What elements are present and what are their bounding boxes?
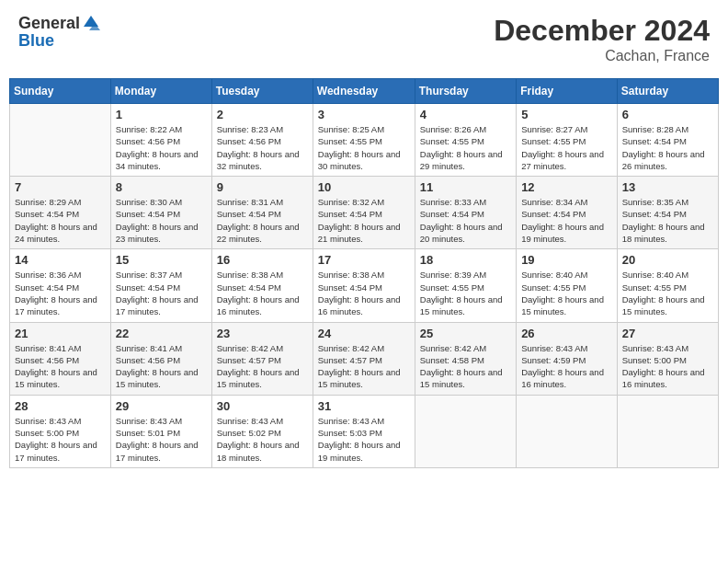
day-info: Sunrise: 8:31 AMSunset: 4:54 PMDaylight:…: [217, 196, 308, 245]
day-info: Sunrise: 8:43 AMSunset: 5:00 PMDaylight:…: [15, 415, 106, 464]
table-row: 8Sunrise: 8:30 AMSunset: 4:54 PMDaylight…: [110, 177, 211, 249]
table-row: 19Sunrise: 8:40 AMSunset: 4:55 PMDayligh…: [517, 249, 618, 322]
day-number: 13: [622, 180, 713, 194]
day-number: 28: [15, 399, 106, 413]
table-row: 17Sunrise: 8:38 AMSunset: 4:54 PMDayligh…: [313, 249, 415, 322]
table-row: 11Sunrise: 8:33 AMSunset: 4:54 PMDayligh…: [415, 177, 516, 249]
table-row: 30Sunrise: 8:43 AMSunset: 5:02 PMDayligh…: [211, 395, 313, 467]
table-row: 4Sunrise: 8:26 AMSunset: 4:55 PMDaylight…: [415, 104, 516, 177]
day-info: Sunrise: 8:40 AMSunset: 4:55 PMDaylight:…: [622, 269, 713, 317]
calendar-week-row: 28Sunrise: 8:43 AMSunset: 5:00 PMDayligh…: [10, 395, 719, 467]
day-number: 29: [116, 399, 207, 413]
day-info: Sunrise: 8:41 AMSunset: 4:56 PMDaylight:…: [116, 342, 207, 391]
day-info: Sunrise: 8:43 AMSunset: 4:59 PMDaylight:…: [521, 342, 612, 391]
day-number: 11: [420, 180, 511, 194]
day-number: 12: [521, 180, 612, 194]
table-row: 25Sunrise: 8:42 AMSunset: 4:58 PMDayligh…: [415, 322, 516, 395]
table-row: 27Sunrise: 8:43 AMSunset: 5:00 PMDayligh…: [617, 322, 718, 395]
day-number: 6: [622, 108, 713, 121]
col-sunday: Sunday: [10, 79, 111, 104]
day-info: Sunrise: 8:42 AMSunset: 4:58 PMDaylight:…: [420, 342, 511, 391]
table-row: 29Sunrise: 8:43 AMSunset: 5:01 PMDayligh…: [110, 395, 211, 467]
day-info: Sunrise: 8:42 AMSunset: 4:57 PMDaylight:…: [318, 342, 410, 391]
logo: General Blue: [18, 14, 100, 50]
day-info: Sunrise: 8:38 AMSunset: 4:54 PMDaylight:…: [217, 269, 308, 317]
day-info: Sunrise: 8:27 AMSunset: 4:55 PMDaylight:…: [521, 123, 612, 172]
table-row: 3Sunrise: 8:25 AMSunset: 4:55 PMDaylight…: [313, 104, 415, 177]
table-row: [617, 395, 718, 467]
day-number: 15: [116, 253, 207, 267]
table-row: 24Sunrise: 8:42 AMSunset: 4:57 PMDayligh…: [313, 322, 415, 395]
table-row: 12Sunrise: 8:34 AMSunset: 4:54 PMDayligh…: [517, 177, 618, 249]
day-number: 2: [217, 108, 308, 121]
day-number: 20: [622, 253, 713, 267]
day-info: Sunrise: 8:29 AMSunset: 4:54 PMDaylight:…: [15, 196, 106, 245]
day-number: 3: [318, 108, 410, 121]
logo-general: General: [18, 15, 80, 31]
table-row: 1Sunrise: 8:22 AMSunset: 4:56 PMDaylight…: [110, 104, 211, 177]
day-number: 8: [116, 180, 207, 194]
table-row: 6Sunrise: 8:28 AMSunset: 4:54 PMDaylight…: [617, 104, 718, 177]
day-info: Sunrise: 8:35 AMSunset: 4:54 PMDaylight:…: [622, 196, 713, 245]
calendar-week-row: 21Sunrise: 8:41 AMSunset: 4:56 PMDayligh…: [10, 322, 719, 395]
table-row: 20Sunrise: 8:40 AMSunset: 4:55 PMDayligh…: [617, 249, 718, 322]
day-number: 25: [420, 327, 511, 340]
day-info: Sunrise: 8:42 AMSunset: 4:57 PMDaylight:…: [217, 342, 308, 391]
day-number: 4: [420, 108, 511, 121]
table-row: 22Sunrise: 8:41 AMSunset: 4:56 PMDayligh…: [110, 322, 211, 395]
day-number: 1: [116, 108, 207, 121]
day-info: Sunrise: 8:26 AMSunset: 4:55 PMDaylight:…: [420, 123, 511, 172]
day-info: Sunrise: 8:37 AMSunset: 4:54 PMDaylight:…: [116, 269, 207, 317]
day-number: 23: [217, 327, 308, 340]
col-monday: Monday: [110, 79, 211, 104]
day-number: 16: [217, 253, 308, 267]
table-row: [415, 395, 516, 467]
day-info: Sunrise: 8:34 AMSunset: 4:54 PMDaylight:…: [521, 196, 612, 245]
table-row: 5Sunrise: 8:27 AMSunset: 4:55 PMDaylight…: [517, 104, 618, 177]
day-info: Sunrise: 8:36 AMSunset: 4:54 PMDaylight:…: [15, 269, 106, 317]
day-number: 27: [622, 327, 713, 340]
table-row: 7Sunrise: 8:29 AMSunset: 4:54 PMDaylight…: [10, 177, 111, 249]
col-wednesday: Wednesday: [313, 79, 415, 104]
day-info: Sunrise: 8:43 AMSunset: 5:01 PMDaylight:…: [116, 415, 207, 464]
col-friday: Friday: [517, 79, 618, 104]
logo-icon: [82, 14, 100, 32]
table-row: 16Sunrise: 8:38 AMSunset: 4:54 PMDayligh…: [211, 249, 313, 322]
day-info: Sunrise: 8:23 AMSunset: 4:56 PMDaylight:…: [217, 123, 308, 172]
col-tuesday: Tuesday: [211, 79, 313, 104]
month-title: December 2024: [494, 14, 710, 48]
table-row: 15Sunrise: 8:37 AMSunset: 4:54 PMDayligh…: [110, 249, 211, 322]
day-info: Sunrise: 8:32 AMSunset: 4:54 PMDaylight:…: [318, 196, 410, 245]
table-row: 28Sunrise: 8:43 AMSunset: 5:00 PMDayligh…: [10, 395, 111, 467]
day-number: 17: [318, 253, 410, 267]
day-number: 22: [116, 327, 207, 340]
table-row: 2Sunrise: 8:23 AMSunset: 4:56 PMDaylight…: [211, 104, 313, 177]
location: Cachan, France: [494, 48, 710, 64]
day-info: Sunrise: 8:22 AMSunset: 4:56 PMDaylight:…: [116, 123, 207, 172]
day-info: Sunrise: 8:39 AMSunset: 4:55 PMDaylight:…: [420, 269, 511, 317]
calendar-week-row: 7Sunrise: 8:29 AMSunset: 4:54 PMDaylight…: [10, 177, 719, 249]
calendar-header-row: Sunday Monday Tuesday Wednesday Thursday…: [10, 79, 719, 104]
day-info: Sunrise: 8:43 AMSunset: 5:03 PMDaylight:…: [318, 415, 410, 464]
day-info: Sunrise: 8:38 AMSunset: 4:54 PMDaylight:…: [318, 269, 410, 317]
table-row: 26Sunrise: 8:43 AMSunset: 4:59 PMDayligh…: [517, 322, 618, 395]
table-row: 13Sunrise: 8:35 AMSunset: 4:54 PMDayligh…: [617, 177, 718, 249]
table-row: 9Sunrise: 8:31 AMSunset: 4:54 PMDaylight…: [211, 177, 313, 249]
day-info: Sunrise: 8:40 AMSunset: 4:55 PMDaylight:…: [521, 269, 612, 317]
table-row: 23Sunrise: 8:42 AMSunset: 4:57 PMDayligh…: [211, 322, 313, 395]
day-number: 30: [217, 399, 308, 413]
day-number: 10: [318, 180, 410, 194]
day-number: 21: [15, 327, 106, 340]
col-thursday: Thursday: [415, 79, 516, 104]
day-number: 26: [521, 327, 612, 340]
table-row: 31Sunrise: 8:43 AMSunset: 5:03 PMDayligh…: [313, 395, 415, 467]
day-number: 7: [15, 180, 106, 194]
day-number: 14: [15, 253, 106, 267]
day-info: Sunrise: 8:41 AMSunset: 4:56 PMDaylight:…: [15, 342, 106, 391]
col-saturday: Saturday: [617, 79, 718, 104]
day-info: Sunrise: 8:25 AMSunset: 4:55 PMDaylight:…: [318, 123, 410, 172]
day-number: 19: [521, 253, 612, 267]
title-section: December 2024 Cachan, France: [494, 14, 710, 64]
table-row: 21Sunrise: 8:41 AMSunset: 4:56 PMDayligh…: [10, 322, 111, 395]
page-header: General Blue December 2024 Cachan, Franc…: [9, 9, 719, 69]
